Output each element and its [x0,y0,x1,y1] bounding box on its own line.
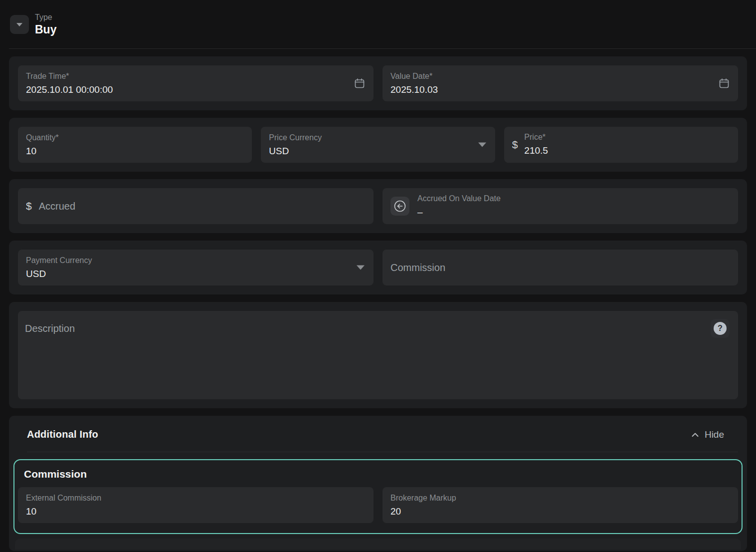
value-date-value: 2025.10.03 [390,84,730,96]
brokerage-markup-label: Brokerage Markup [390,493,730,504]
trade-form: Type Buy Trade Time* 2025.10.01 00:00:00… [0,0,756,551]
commission-section: Commission External Commission 10 Broker… [13,459,743,534]
hide-label: Hide [705,429,724,440]
payment-currency-value: USD [26,268,366,280]
circle-arrow-left-icon [393,199,407,213]
price-currency-value: USD [269,145,487,158]
trade-time-field[interactable]: Trade Time* 2025.10.01 00:00:00 [18,65,374,101]
quantity-price-row: Quantity* 10 Price Currency USD $ Price*… [9,118,747,172]
dollar-icon: $ [26,200,32,212]
accrued-row: $ Accrued Accrued On Value Date – [9,179,747,233]
additional-info-title: Additional Info [27,429,98,440]
trade-time-value: 2025.10.01 00:00:00 [26,84,366,96]
datetime-row: Trade Time* 2025.10.01 00:00:00 Value Da… [9,56,747,110]
accrued-on-value-date-value: – [417,206,501,219]
accrued-on-value-date-field: Accrued On Value Date – [382,188,738,224]
brokerage-markup-field[interactable]: Brokerage Markup 20 [382,487,738,523]
commission-field[interactable]: Commission [382,250,738,285]
calendar-icon[interactable] [718,77,730,89]
external-commission-field[interactable]: External Commission 10 [18,487,374,523]
type-label: Type [35,12,56,22]
chevron-up-icon [690,430,700,440]
divider [9,48,756,49]
caret-down-icon [16,23,22,26]
brokerage-markup-value: 20 [390,506,730,518]
type-selector-row: Type Buy [0,0,756,48]
external-commission-label: External Commission [26,493,366,504]
caret-down-icon [357,266,365,270]
accrued-on-value-date-text: Accrued On Value Date – [417,194,501,218]
type-value: Buy [35,23,56,37]
price-label: Price* [524,132,548,143]
dollar-icon: $ [512,139,518,151]
accrued-placeholder: Accrued [39,201,75,212]
quantity-value: 10 [26,145,244,158]
accrued-on-value-date-label: Accrued On Value Date [417,194,501,204]
price-value: 210.5 [524,145,548,157]
additional-info-section: Additional Info Hide Commission External… [9,416,747,551]
price-currency-label: Price Currency [269,133,487,143]
hide-toggle-button[interactable]: Hide [690,429,724,440]
description-row: Description ? [9,302,747,408]
divider [27,452,738,452]
payment-commission-row: Payment Currency USD Commission [9,241,747,294]
accrued-field[interactable]: $ Accrued [18,188,374,224]
caret-down-icon [478,143,486,147]
trade-time-label: Trade Time* [26,71,366,82]
additional-info-header: Additional Info Hide [9,416,747,440]
description-placeholder: Description [25,323,75,334]
commission-fields-row: External Commission 10 Brokerage Markup … [18,487,738,523]
help-button[interactable]: ? [711,319,730,338]
type-selector-text: Type Buy [35,12,56,37]
external-commission-value: 10 [26,506,366,518]
type-dropdown-button[interactable] [10,15,29,34]
value-date-field[interactable]: Value Date* 2025.10.03 [382,65,738,101]
next-section-partial [15,539,741,550]
payment-currency-select[interactable]: Payment Currency USD [18,250,374,285]
price-text: Price* 210.5 [524,132,548,157]
value-date-label: Value Date* [390,71,730,82]
question-mark-icon: ? [714,322,727,335]
description-field[interactable]: Description ? [18,311,738,399]
copy-back-button[interactable] [390,197,409,216]
quantity-field[interactable]: Quantity* 10 [18,127,252,163]
commission-placeholder: Commission [390,262,445,274]
calendar-icon[interactable] [354,77,366,89]
quantity-label: Quantity* [26,133,244,143]
payment-currency-label: Payment Currency [26,256,366,266]
commission-section-title: Commission [24,467,738,481]
price-field[interactable]: $ Price* 210.5 [504,127,738,163]
price-currency-select[interactable]: Price Currency USD [261,127,495,163]
